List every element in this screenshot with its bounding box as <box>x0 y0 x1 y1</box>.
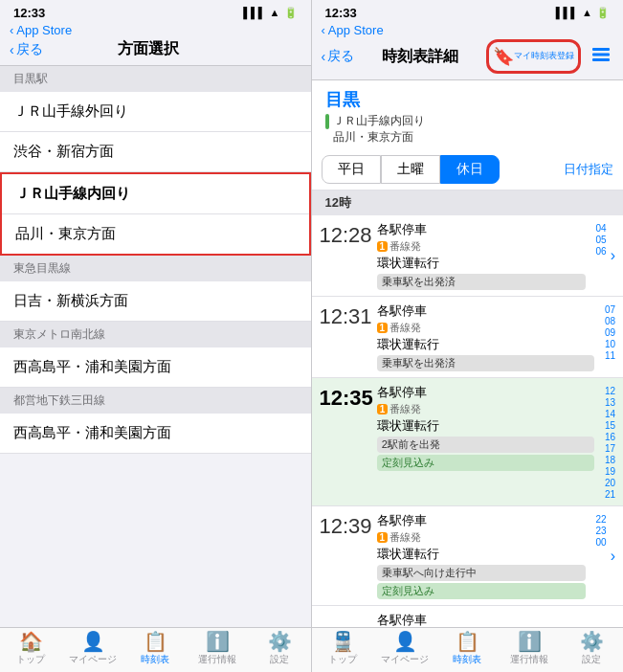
minute-col-2: 12 13 14 15 16 17 18 19 20 21 <box>598 384 615 500</box>
train-time-0: 12:28 <box>320 221 373 248</box>
minute-col-0: 04 05 06 <box>590 221 607 257</box>
left-tab-timetable-label: 時刻表 <box>141 653 169 666</box>
station-name: 目黒 <box>325 88 611 111</box>
right-panel: 12:33 ▌▌▌ ▲ 🔋 ‹ App Store ‹ 戻る 時刻表詳細 🔖 マ… <box>312 0 624 672</box>
right-wifi-icon: ▲ <box>582 7 592 18</box>
left-tab-top[interactable]: 🏠 トップ <box>0 632 62 666</box>
bookmark-button-highlighted[interactable]: 🔖 マイ時刻表登録 <box>486 39 581 74</box>
svg-rect-2 <box>592 58 610 61</box>
right-tab-top-label: トップ <box>328 653 357 666</box>
day-tab-weekday[interactable]: 平日 <box>322 155 381 184</box>
left-tab-timetable-icon: 📋 <box>144 632 167 651</box>
left-time: 12:33 <box>13 6 45 20</box>
right-tab-settings-icon: ⚙️ <box>580 632 604 651</box>
list-item-jr-inbound[interactable]: ＪＲ山手線内回り <box>2 174 309 214</box>
num-badge-2: 1 <box>377 404 389 414</box>
station-header: 目黒 ＪＲ山手線内回り 品川・東京方面 <box>312 80 624 149</box>
left-tab-service-icon: ℹ️ <box>206 632 230 651</box>
left-status-bar: 12:33 ▌▌▌ ▲ 🔋 <box>0 0 311 23</box>
train-time-1: 12:31 <box>320 302 373 329</box>
day-tabs: 平日 土曜 休日 日付指定 <box>312 149 624 190</box>
day-tab-holiday[interactable]: 休日 <box>440 155 500 184</box>
minute-col-1: 07 08 09 10 11 <box>598 302 615 361</box>
left-tab-bar: 🏠 トップ 👤 マイページ 📋 時刻表 ℹ️ 運行情報 ⚙️ 設定 <box>0 627 311 672</box>
right-appstore-chevron: ‹ <box>322 23 325 37</box>
train-row-1[interactable]: 12:31 各駅停車 1番線発 環状運転行 乗車駅を出発済 07 08 09 1… <box>312 297 624 378</box>
list-item-jr-outbound[interactable]: ＪＲ山手線外回り <box>0 92 311 132</box>
right-tab-mypage-icon: 👤 <box>393 632 417 651</box>
left-tab-timetable[interactable]: 📋 時刻表 <box>124 632 187 666</box>
train-status-1: 乗車駅を出発済 <box>377 355 595 371</box>
direction-label: 品川・東京方面 <box>325 129 611 146</box>
right-time: 12:33 <box>325 6 357 20</box>
train-line-0: 1番線発 <box>377 239 586 254</box>
right-tab-service-icon: ℹ️ <box>518 632 542 651</box>
num-badge-3: 1 <box>377 532 389 543</box>
schedule-list[interactable]: 12時 12:28 各駅停車 1番線発 環状運転行 乗車駅を出発済 04 05 … <box>312 190 624 627</box>
list-item-shibuya-shinjuku[interactable]: 渋谷・新宿方面 <box>0 132 311 172</box>
right-appstore-label[interactable]: App Store <box>328 23 384 37</box>
left-tab-settings-label: 設定 <box>270 653 289 666</box>
left-tab-top-label: トップ <box>16 653 45 666</box>
right-tab-top[interactable]: 🚆 トップ <box>312 632 374 666</box>
list-view-button[interactable] <box>589 42 613 72</box>
section-header-tokyu: 東急目黒線 <box>0 256 311 281</box>
train-line-2: 1番線発 <box>377 402 594 416</box>
date-specify-button[interactable]: 日付指定 <box>564 161 613 178</box>
hour-header-12: 12時 <box>312 190 624 215</box>
right-appstore-bar: ‹ App Store <box>312 23 624 37</box>
section-header-nanboku: 東京メトロ南北線 <box>0 322 311 347</box>
right-tab-service-label: 運行情報 <box>510 653 548 666</box>
train-line-1: 1番線発 <box>377 321 595 335</box>
right-signal-icon: ▌▌▌ <box>556 7 578 18</box>
train-row-3[interactable]: 12:39 各駅停車 1番線発 環状運転行 乗車駅へ向け走行中 定刻見込み 22… <box>312 506 624 606</box>
right-tab-mypage[interactable]: 👤 マイページ <box>374 632 436 666</box>
train-line-3: 1番線発 <box>377 530 586 545</box>
right-tab-top-icon: 🚆 <box>331 632 355 651</box>
train-type-0: 各駅停車 <box>377 221 586 238</box>
train-time-3: 12:39 <box>320 512 373 539</box>
train-time-2: 12:35 <box>320 384 373 411</box>
right-tab-service[interactable]: ℹ️ 運行情報 <box>499 632 561 666</box>
train-row-4[interactable]: 各駅停車 1番線発 <box>312 606 624 627</box>
right-status-icons: ▌▌▌ ▲ 🔋 <box>556 7 610 19</box>
train-row-2[interactable]: 12:35 各駅停車 1番線発 環状運転行 2駅前を出発 定刻見込み 12 13… <box>312 378 624 506</box>
right-tab-settings[interactable]: ⚙️ 設定 <box>561 632 623 666</box>
right-battery-icon: 🔋 <box>596 7 610 19</box>
right-tab-timetable[interactable]: 📋 時刻表 <box>436 632 499 666</box>
left-back-label: 戻る <box>16 41 43 58</box>
list-item-namboku-direction[interactable]: 西高島平・浦和美園方面 <box>0 347 311 388</box>
list-item-mita-direction[interactable]: 西高島平・浦和美園方面 <box>0 414 311 454</box>
train-status-2: 定刻見込み <box>377 455 594 471</box>
right-nav-actions: 🔖 マイ時刻表登録 <box>486 39 613 74</box>
train-arrow-3[interactable]: › <box>607 548 615 565</box>
list-item-shinagawa-tokyo[interactable]: 品川・東京方面 <box>2 214 309 254</box>
num-badge-1: 1 <box>377 323 389 333</box>
right-back-button[interactable]: ‹ 戻る <box>322 48 355 65</box>
train-row-0[interactable]: 12:28 各駅停車 1番線発 環状運転行 乗車駅を出発済 04 05 06 › <box>312 215 624 297</box>
train-time-4 <box>320 612 373 614</box>
left-list-scroll[interactable]: 目黒駅 ＪＲ山手線外回り 渋谷・新宿方面 ＪＲ山手線内回り 品川・東京方面 東急… <box>0 66 311 627</box>
left-tab-mypage-label: マイページ <box>69 653 117 666</box>
train-type-4: 各駅停車 <box>377 612 612 627</box>
left-nav-title: 方面選択 <box>118 39 179 59</box>
right-tab-bar: 🚆 トップ 👤 マイページ 📋 時刻表 ℹ️ 運行情報 ⚙️ 設定 <box>312 627 624 672</box>
right-tab-timetable-icon: 📋 <box>456 632 479 651</box>
train-running-3: 乗車駅へ向け走行中 <box>377 565 586 581</box>
minute-col-3: 22 23 00 <box>590 512 607 548</box>
right-nav-bar: ‹ 戻る 時刻表詳細 🔖 マイ時刻表登録 <box>312 37 624 80</box>
right-tab-settings-label: 設定 <box>582 653 601 666</box>
right-back-chevron: ‹ <box>322 49 326 64</box>
svg-rect-1 <box>592 53 610 56</box>
train-operation-0: 環状運転行 <box>377 255 586 272</box>
left-tab-settings[interactable]: ⚙️ 設定 <box>249 632 311 666</box>
num-badge-0: 1 <box>377 241 389 252</box>
list-item-hiyoshi[interactable]: 日吉・新横浜方面 <box>0 281 311 322</box>
train-arrow-0[interactable]: › <box>607 247 615 264</box>
day-tab-saturday[interactable]: 土曜 <box>381 155 440 184</box>
train-info-1: 各駅停車 1番線発 環状運転行 乗車駅を出発済 <box>373 302 599 371</box>
left-appstore-label[interactable]: App Store <box>16 23 72 37</box>
left-back-button[interactable]: ‹ 戻る <box>10 41 43 58</box>
left-tab-mypage[interactable]: 👤 マイページ <box>62 632 124 666</box>
left-tab-service[interactable]: ℹ️ 運行情報 <box>187 632 249 666</box>
